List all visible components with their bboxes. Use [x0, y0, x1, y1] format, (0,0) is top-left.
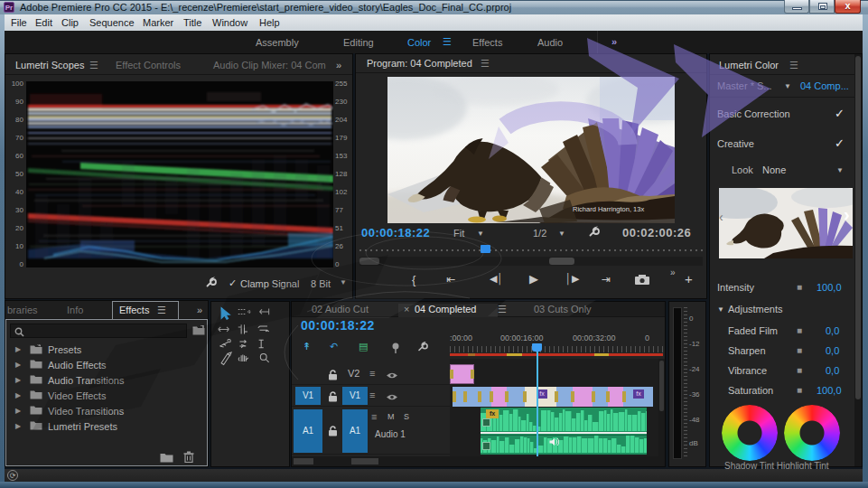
svg-text:Richard Harrington, 13x: Richard Harrington, 13x: [573, 205, 644, 213]
